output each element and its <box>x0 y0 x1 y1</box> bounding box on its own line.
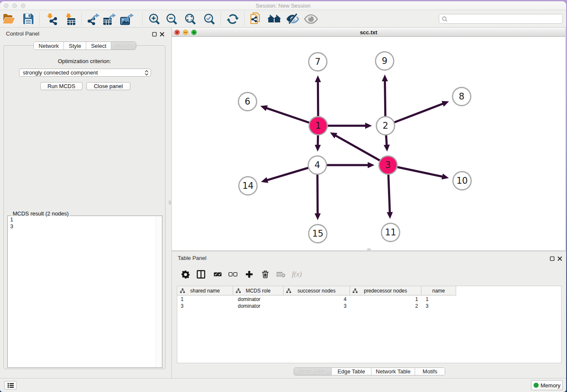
save-session-icon[interactable] <box>21 12 36 26</box>
close-table-panel-icon[interactable] <box>557 255 562 260</box>
tab-select[interactable]: Select <box>86 42 112 50</box>
graph-node-4[interactable]: 4 <box>308 156 327 174</box>
network-graph: 1234678910111415 <box>172 37 566 251</box>
graph-node-11[interactable]: 11 <box>382 224 400 242</box>
graph-edge-arrow <box>387 212 393 219</box>
control-panel: Control Panel Network Style Select MCDS … <box>0 28 168 378</box>
graph-node-label: 4 <box>314 160 320 170</box>
float-table-panel-icon[interactable] <box>550 255 555 260</box>
export-table-icon[interactable] <box>103 12 117 26</box>
cell-predecessor-nodes: 1 <box>350 296 418 303</box>
graph-edge-arrow <box>442 101 449 107</box>
graph-node-2[interactable]: 2 <box>377 117 395 135</box>
tab-edge-table[interactable]: Edge Table <box>332 368 372 375</box>
zoom-selected-icon[interactable] <box>202 12 216 26</box>
toolbar-separator <box>220 13 221 25</box>
control-panel-title: Control Panel <box>6 30 39 37</box>
first-neighbors-icon[interactable] <box>267 12 281 26</box>
clone-network-icon[interactable] <box>249 12 263 26</box>
network-view-window: scc.txt 1234678910111415 <box>171 28 566 251</box>
graph-node-10[interactable]: 10 <box>453 172 471 190</box>
criterion-select[interactable]: strongly connected component <box>19 69 151 77</box>
column-label: successor nodes <box>297 288 336 294</box>
tab-network[interactable]: Network <box>34 42 64 50</box>
table-row[interactable]: 3 dominator 3 2 3 <box>177 303 561 309</box>
optimization-criterion-label: Optimization criterion: <box>4 58 165 64</box>
column-header-mcds-role[interactable]: MCDS role <box>233 286 284 295</box>
column-label: shared name <box>190 288 220 294</box>
add-row-icon[interactable] <box>243 268 256 281</box>
hide-details-icon[interactable] <box>286 12 300 26</box>
tab-motifs[interactable]: Motifs <box>415 368 445 375</box>
delete-row-icon[interactable] <box>259 268 272 281</box>
cell-successor-nodes: 3 <box>284 303 347 309</box>
memory-label: Memory <box>541 382 561 389</box>
table-header: shared name MCDS role successor nodes pr… <box>177 286 561 295</box>
export-network-icon[interactable] <box>86 12 101 26</box>
graph-node-6[interactable]: 6 <box>239 93 257 111</box>
search-icon <box>442 16 448 22</box>
cell-predecessor-nodes: 2 <box>350 303 418 309</box>
toolbar-separator <box>244 13 245 25</box>
table-row[interactable]: 1 dominator 4 1 1 <box>177 296 561 303</box>
search-input[interactable] <box>439 14 563 24</box>
function-builder-icon: f(x) <box>291 268 304 281</box>
select-all-icon[interactable] <box>211 268 224 281</box>
task-history-button[interactable] <box>4 381 17 389</box>
tab-style[interactable]: Style <box>64 42 86 50</box>
graph-node-label: 11 <box>385 227 396 237</box>
refresh-view-icon[interactable] <box>226 12 240 26</box>
mcds-result-scrollbar[interactable] <box>156 216 162 367</box>
import-network-icon[interactable] <box>44 12 59 26</box>
gear-icon[interactable] <box>179 268 192 281</box>
graph-node-label: 6 <box>245 97 250 107</box>
graph-edge-arrow <box>261 177 268 183</box>
table-tabs: Node Table Edge Table Network Table Moti… <box>294 367 445 375</box>
zoom-fit-icon[interactable] <box>183 12 197 26</box>
table-panel-title: Table Panel <box>178 255 206 261</box>
graph-node-8[interactable]: 8 <box>453 88 471 106</box>
show-details-icon[interactable] <box>304 12 318 26</box>
graph-node-1[interactable]: 1 <box>309 117 328 135</box>
network-canvas[interactable]: 1234678910111415 <box>172 37 565 251</box>
mcds-result-item[interactable]: 1 <box>8 216 162 223</box>
mcds-result-item[interactable]: 3 <box>8 223 162 230</box>
graph-node-label: 10 <box>457 176 468 186</box>
run-mcds-button[interactable]: Run MCDS <box>40 82 83 90</box>
graph-node-3[interactable]: 3 <box>379 156 397 174</box>
table-panel: Table Panel f(x) shared <box>171 251 566 378</box>
close-panel-icon[interactable] <box>160 31 165 36</box>
graph-edge-arrow <box>368 162 374 168</box>
tab-mcds[interactable]: MCDS <box>111 42 136 50</box>
open-session-icon[interactable] <box>2 12 17 26</box>
canvas-grip[interactable] <box>367 248 371 251</box>
status-bar: Memory <box>0 378 566 392</box>
tab-node-table[interactable]: Node Table <box>294 368 332 375</box>
column-header-shared-name[interactable]: shared name <box>177 286 233 295</box>
graph-edge-arrow <box>442 174 449 179</box>
window-title: Session: New Session <box>0 3 566 9</box>
graph-node-label: 8 <box>459 91 464 102</box>
zoom-out-icon[interactable] <box>164 12 179 26</box>
tab-network-table[interactable]: Network Table <box>372 368 415 375</box>
deselect-all-icon[interactable] <box>226 268 239 281</box>
graph-node-9[interactable]: 9 <box>376 52 394 70</box>
network-window-titlebar[interactable]: scc.txt <box>172 28 565 37</box>
import-table-icon[interactable] <box>63 12 77 26</box>
close-panel-button[interactable]: Close panel <box>86 82 130 90</box>
column-header-name[interactable]: name <box>421 286 456 295</box>
zoom-in-icon[interactable] <box>147 12 161 26</box>
graph-node-7[interactable]: 7 <box>309 53 327 71</box>
split-columns-icon[interactable] <box>195 268 207 281</box>
float-panel-icon[interactable] <box>152 31 157 36</box>
graph-node-14[interactable]: 14 <box>239 177 257 195</box>
task-list-icon <box>7 383 14 388</box>
memory-button[interactable]: Memory <box>531 380 563 390</box>
splitter-grip[interactable] <box>169 201 171 204</box>
column-header-predecessor-nodes[interactable]: predecessor nodes <box>350 286 421 295</box>
graph-node-15[interactable]: 15 <box>309 225 327 243</box>
mcds-result-list[interactable]: 1 3 <box>8 216 162 367</box>
control-panel-tabs: Network Style Select MCDS <box>33 41 136 50</box>
column-header-successor-nodes[interactable]: successor nodes <box>284 286 350 295</box>
export-image-icon[interactable] <box>120 12 135 26</box>
